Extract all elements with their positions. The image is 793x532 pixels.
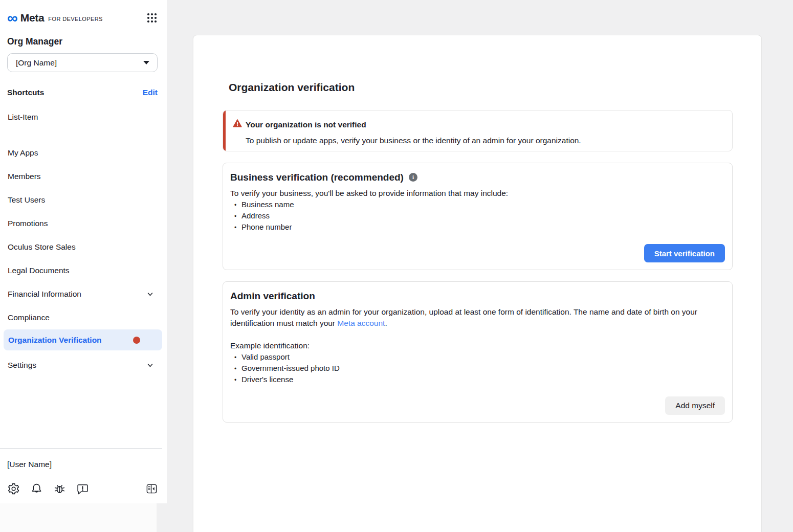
list-item: Driver's license xyxy=(230,374,725,385)
user-name: [User Name] xyxy=(7,460,52,469)
sidebar-item-my-apps[interactable]: My Apps xyxy=(8,147,158,159)
admin-verification-title: Admin verification xyxy=(230,290,725,302)
meta-account-link[interactable]: Meta account xyxy=(337,319,385,327)
warning-icon xyxy=(233,119,242,128)
report-bug-icon[interactable] xyxy=(53,482,66,495)
meta-logo-icon: ∞ xyxy=(7,11,18,25)
list-item: Business name xyxy=(230,199,725,210)
sidebar-item-list-item[interactable]: List-Item xyxy=(8,112,158,123)
admin-verification-card: Admin verification To verify your identi… xyxy=(223,281,733,423)
apps-grid-icon[interactable] xyxy=(146,12,158,24)
list-item: Phone number xyxy=(230,221,725,233)
business-verification-card: Business verification (recommended) i To… xyxy=(223,163,733,270)
sidebar-item-settings[interactable]: Settings xyxy=(8,360,158,371)
sidebar-item-legal-documents[interactable]: Legal Documents xyxy=(8,265,158,276)
sidebar-item-oculus-store-sales[interactable]: Oculus Store Sales xyxy=(8,241,158,253)
brand-header: ∞ Meta FOR DEVELOPERS xyxy=(7,10,158,26)
admin-intro-period: . xyxy=(385,319,387,327)
sidebar-item-financial-information[interactable]: Financial Information xyxy=(8,289,158,300)
sidebar-item-compliance[interactable]: Compliance xyxy=(8,312,158,323)
example-identification-label: Example identification: xyxy=(230,340,725,351)
not-verified-alert: Your organization is not verified To pub… xyxy=(223,110,733,151)
admin-intro-line-1: To verify your identity as an admin for … xyxy=(230,307,697,316)
collapse-sidebar-icon[interactable] xyxy=(146,483,158,495)
sidebar: ∞ Meta FOR DEVELOPERS Org Manager [Org N… xyxy=(0,0,167,503)
edit-shortcuts-button[interactable]: Edit xyxy=(143,88,158,97)
alert-accent-bar xyxy=(223,110,226,151)
info-icon[interactable]: i xyxy=(409,173,417,182)
sidebar-item-members[interactable]: Members xyxy=(8,171,158,182)
chevron-down-icon xyxy=(147,362,153,369)
sidebar-divider xyxy=(0,448,162,449)
notifications-bell-icon[interactable] xyxy=(30,482,43,495)
shortcuts-label: Shortcuts xyxy=(7,88,44,97)
sidebar-title: Org Manager xyxy=(7,36,62,47)
list-item: Government-issued photo ID xyxy=(230,363,725,374)
alert-body: To publish or update apps, verify your b… xyxy=(246,135,581,146)
admin-intro-line-2: identification must match your xyxy=(230,319,337,327)
brand-suffix: FOR DEVELOPERS xyxy=(48,14,102,22)
business-verification-intro: To verify your business, you'll be asked… xyxy=(230,188,725,199)
caret-down-icon xyxy=(143,60,150,65)
organization-verification-panel: Organization verification To publish or … xyxy=(193,35,762,532)
alert-title: Your organization is not verified xyxy=(246,119,366,130)
chevron-down-icon xyxy=(147,291,153,298)
feedback-icon[interactable] xyxy=(76,482,89,495)
spacer xyxy=(230,329,725,340)
settings-gear-icon[interactable] xyxy=(7,482,20,495)
sidebar-item-test-users[interactable]: Test Users xyxy=(8,194,158,206)
page-title: Organization verification xyxy=(229,81,355,94)
admin-verification-intro: To verify your identity as an admin for … xyxy=(230,306,725,329)
list-item: Address xyxy=(230,210,725,221)
list-item: Valid passport xyxy=(230,351,725,363)
sidebar-footer-icons xyxy=(7,482,89,495)
org-selector[interactable]: [Org Name] xyxy=(7,53,158,72)
start-verification-button[interactable]: Start verification xyxy=(644,244,725,262)
brand-name: Meta xyxy=(20,12,45,24)
add-myself-button[interactable]: Add myself xyxy=(665,396,725,415)
org-selector-value: [Org Name] xyxy=(16,58,143,68)
shortcuts-header: Shortcuts Edit xyxy=(7,88,158,98)
business-verification-title: Business verification (recommended) i xyxy=(230,171,725,183)
notification-dot xyxy=(133,337,140,344)
sidebar-item-promotions[interactable]: Promotions xyxy=(8,218,158,229)
sidebar-item-organization-verification[interactable]: Organization Verification xyxy=(4,329,162,350)
